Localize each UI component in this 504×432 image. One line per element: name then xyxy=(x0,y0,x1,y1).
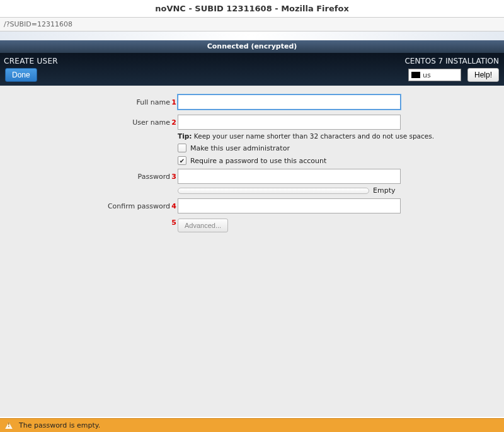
marker-1: 1 xyxy=(171,98,178,106)
window-title: noVNC - SUBID 12311608 - Mozilla Firefox xyxy=(0,0,504,18)
username-tip: Tip: Keep your user name shorter than 32… xyxy=(178,132,504,140)
warning-text: The password is empty. xyxy=(19,421,100,429)
keyboard-layout-selector[interactable]: us xyxy=(408,69,461,81)
keyboard-icon xyxy=(411,72,420,78)
url-bar: /?SUBID=12311608 xyxy=(0,18,504,31)
password-strength-label: Empty xyxy=(373,186,395,195)
username-input[interactable] xyxy=(178,115,401,130)
password-input[interactable] xyxy=(178,169,401,184)
connection-status-bar: Connected (encrypted) xyxy=(0,40,504,53)
require-password-label: Require a password to use this account xyxy=(190,157,326,165)
password-label: Password xyxy=(106,173,171,181)
admin-checkbox[interactable] xyxy=(178,144,186,152)
confirm-password-label: Confirm password xyxy=(106,202,171,210)
tip-prefix: Tip: xyxy=(178,132,192,140)
admin-checkbox-label: Make this user administrator xyxy=(190,144,290,152)
require-password-checkbox[interactable] xyxy=(178,156,186,165)
username-label: User name xyxy=(106,118,171,127)
form-content: Full name 1 User name 2 Tip: Keep your u… xyxy=(0,86,504,417)
advanced-button[interactable]: Advanced... xyxy=(178,219,228,232)
done-button[interactable]: Done xyxy=(5,68,37,82)
installer-header: CREATE USER Done CENTOS 7 INSTALLATION u… xyxy=(0,53,504,86)
warning-icon xyxy=(5,422,13,429)
installer-title: CENTOS 7 INSTALLATION xyxy=(404,57,499,65)
fullname-input[interactable] xyxy=(178,94,401,110)
warning-bar: The password is empty. xyxy=(0,418,504,432)
help-button[interactable]: Help! xyxy=(467,68,499,82)
marker-3: 3 xyxy=(171,173,178,181)
gradient-strip xyxy=(0,31,504,40)
page-title: CREATE USER xyxy=(3,57,58,65)
confirm-password-input[interactable] xyxy=(178,198,401,213)
marker-2: 2 xyxy=(171,118,178,127)
marker-5: 5 xyxy=(171,219,178,227)
marker-4: 4 xyxy=(171,202,178,210)
tip-text: Keep your user name shorter than 32 char… xyxy=(192,132,434,140)
keyboard-layout-label: us xyxy=(423,71,431,79)
password-strength-meter xyxy=(178,188,369,194)
fullname-label: Full name xyxy=(106,98,171,106)
